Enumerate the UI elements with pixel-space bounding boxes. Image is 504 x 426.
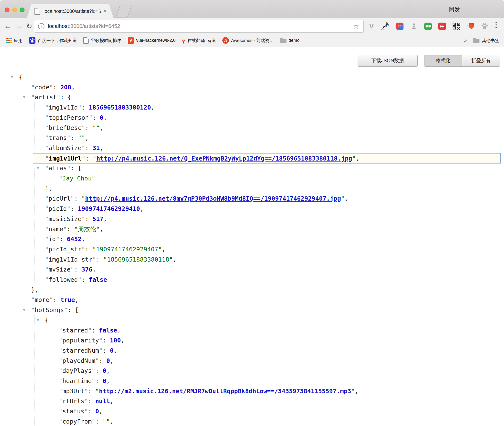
json-line: "followed": false: [0, 275, 504, 285]
json-line: "copyFrom": "",: [0, 417, 504, 426]
json-link[interactable]: http://p4.music.126.net/8mv7qP30Pd3oHW8b…: [85, 195, 341, 202]
collapse-triangle-icon[interactable]: ▼: [37, 163, 39, 173]
browser-window: { "window": { "profile_name": "阿发" }, "t…: [0, 0, 504, 426]
json-line: "picId": 19097417462929410,: [0, 204, 504, 214]
json-link[interactable]: http://p4.music.126.net/Q_ExePNkmgB2yWyL…: [96, 155, 352, 162]
json-line: "starredNum": 0,: [0, 346, 504, 356]
json-line: "status": 0,: [0, 406, 504, 417]
json-link[interactable]: http://m2.music.126.net/RMJR7wDullRqppBk…: [99, 388, 351, 395]
collapse-triangle-icon[interactable]: ▼: [23, 305, 25, 315]
json-line: "mp3Url": "http://m2.music.126.net/RMJR7…: [0, 386, 504, 396]
json-line: "img1v1Url": "http://p4.music.126.net/Q_…: [33, 153, 501, 163]
json-line: "albumSize": 31,: [0, 143, 504, 153]
json-line: "name": "周杰伦",: [0, 224, 504, 234]
json-line: ▼{: [0, 315, 504, 325]
json-line: "img1v1Id": 18569651883380120,: [0, 102, 504, 113]
json-line: "mvSize": 376,: [0, 264, 504, 275]
json-line: "img1v1Id_str": "18569651883380118",: [0, 255, 504, 265]
json-line: "picUrl": "http://p4.music.126.net/8mv7q…: [0, 194, 504, 204]
json-line: "popularity": 100,: [0, 335, 504, 346]
json-line: "topicPerson": 0,: [0, 113, 504, 123]
json-line: "playedNum": 0,: [0, 356, 504, 366]
json-line: ▼{: [0, 72, 504, 82]
json-line: "briefDesc": "",: [0, 123, 504, 133]
json-viewer: ▼{"code": 200,▼"artist": {"img1v1Id": 18…: [0, 0, 504, 426]
json-line: ▼"alias": [: [0, 163, 504, 173]
json-line: },: [0, 285, 504, 295]
json-line: ▼"hotSongs": [: [0, 305, 504, 315]
collapse-triangle-icon[interactable]: ▼: [11, 72, 13, 82]
collapse-triangle-icon[interactable]: ▼: [23, 92, 25, 102]
json-line: "id": 6452,: [0, 234, 504, 244]
json-line: ▼"artist": {: [0, 92, 504, 102]
json-line: "musicSize": 517,: [0, 214, 504, 224]
json-line: "dayPlays": 0,: [0, 366, 504, 376]
json-line: "hearTime": 0,: [0, 376, 504, 386]
json-line: "starred": false,: [0, 325, 504, 336]
json-line: "code": 200,: [0, 82, 504, 93]
json-line: "trans": "",: [0, 133, 504, 143]
json-line: "more": true,: [0, 295, 504, 305]
json-line: ],: [0, 184, 504, 194]
collapse-triangle-icon[interactable]: ▼: [37, 315, 39, 325]
json-line: "Jay Chou": [0, 173, 504, 184]
json-line: "rtUrls": null,: [0, 396, 504, 406]
json-line: "picId_str": "19097417462929407",: [0, 244, 504, 255]
